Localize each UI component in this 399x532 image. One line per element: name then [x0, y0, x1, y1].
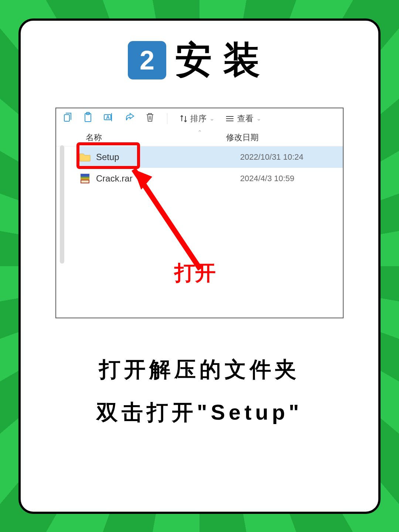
file-name: Setup	[96, 152, 240, 162]
instruction-line-2: 双击打开"Setup"	[96, 391, 303, 434]
step-title: 2 安装	[128, 35, 271, 85]
rar-icon	[78, 173, 92, 184]
delete-icon[interactable]	[146, 112, 154, 125]
chevron-down-icon: ⌄	[209, 115, 214, 122]
svg-rect-13	[81, 180, 89, 183]
svg-rect-0	[64, 115, 69, 121]
file-explorer-screenshot: A 排序 ⌄ 查看 ⌄	[55, 108, 344, 318]
file-date: 2022/10/31 10:24	[240, 152, 303, 162]
sort-button[interactable]: 排序 ⌄	[180, 113, 214, 124]
step-title-text: 安装	[175, 35, 271, 85]
file-date: 2024/4/3 10:59	[240, 174, 294, 183]
copy-icon[interactable]	[64, 112, 72, 125]
view-label: 查看	[237, 113, 253, 124]
explorer-toolbar: A 排序 ⌄ 查看 ⌄	[56, 108, 343, 129]
paste-icon[interactable]	[83, 112, 92, 125]
open-annotation-label: 打开	[174, 259, 216, 287]
view-icon	[225, 115, 234, 122]
file-name: Crack.rar	[96, 173, 240, 184]
sort-indicator-icon: ⌃	[197, 129, 202, 136]
svg-rect-12	[81, 178, 89, 180]
file-list: Setup 2022/10/31 10:24 Crack.rar 2024/4/…	[56, 146, 343, 189]
sort-icon	[180, 115, 187, 123]
sort-label: 排序	[190, 113, 207, 124]
tutorial-card: 2 安装 A	[18, 18, 381, 514]
column-headers: ⌃ 名称 修改日期	[56, 129, 343, 146]
svg-rect-11	[81, 177, 89, 178]
instruction-line-1: 打开解压的文件夹	[96, 348, 303, 391]
folder-icon	[78, 152, 92, 162]
step-number-badge: 2	[128, 41, 166, 79]
svg-text:A: A	[106, 114, 110, 120]
svg-rect-10	[81, 174, 89, 177]
column-date-header[interactable]: 修改日期	[226, 132, 330, 143]
view-button[interactable]: 查看 ⌄	[225, 113, 261, 124]
column-name-header[interactable]: 名称	[86, 132, 226, 143]
step-number: 2	[140, 45, 154, 75]
chevron-down-icon: ⌄	[256, 115, 261, 122]
rename-icon[interactable]: A	[103, 112, 114, 125]
file-row-crack[interactable]: Crack.rar 2024/4/3 10:59	[78, 168, 343, 189]
share-icon[interactable]	[125, 113, 134, 124]
toolbar-divider	[167, 113, 167, 124]
scrollbar[interactable]	[60, 145, 64, 264]
instructions: 打开解压的文件夹 双击打开"Setup"	[96, 348, 303, 434]
file-row-setup[interactable]: Setup 2022/10/31 10:24	[78, 146, 343, 168]
